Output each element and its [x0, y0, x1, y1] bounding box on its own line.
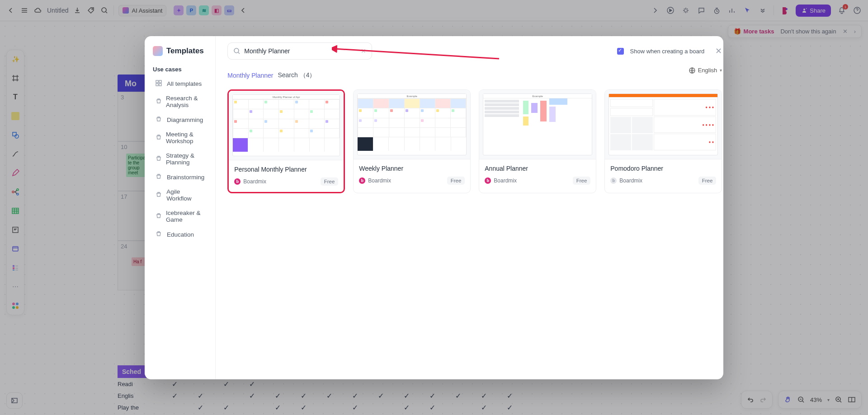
template-brand: Boardmix: [368, 177, 391, 184]
grid-icon: [156, 80, 163, 87]
search-input[interactable]: [244, 47, 357, 55]
breadcrumb-query[interactable]: Monthly Planner: [227, 72, 273, 79]
search-icon: [233, 47, 241, 55]
template-price: Free: [321, 177, 339, 186]
sidebar-item-brainstorming[interactable]: Brainstorming: [153, 171, 207, 183]
brand-logo-icon: b: [485, 177, 491, 184]
category-icon: [156, 116, 163, 123]
template-price: Free: [698, 177, 717, 185]
template-brand: Boardmix: [494, 177, 517, 184]
category-icon: [156, 155, 162, 163]
brand-logo-icon: b: [359, 177, 365, 184]
language-selector[interactable]: English ▾: [689, 67, 722, 74]
template-name: Personal Monthly Planner: [234, 166, 338, 173]
sidebar-item-meeting[interactable]: Meeting & Workshop: [153, 128, 207, 147]
category-icon: [156, 213, 162, 220]
template-price: Free: [573, 177, 591, 185]
template-thumbnail: Monthly Planner of Apr: [229, 91, 344, 160]
template-price: Free: [447, 177, 465, 185]
template-card-pomodoro[interactable]: ● ● ● ● ● ● ● ● ● Pomodoro Planner b Boa…: [604, 89, 722, 193]
template-name: Weekly Planner: [359, 165, 465, 172]
templates-icon: [153, 46, 163, 56]
language-label: English: [698, 67, 717, 74]
chevron-down-icon: ▾: [720, 68, 722, 73]
category-icon: [156, 191, 162, 199]
close-icon[interactable]: ✕: [715, 46, 722, 56]
template-name: Annual Planner: [485, 165, 590, 172]
sidebar-section-title: Use cases: [153, 66, 207, 73]
template-brand: Boardmix: [619, 177, 642, 184]
brand-logo-icon: b: [610, 177, 617, 184]
category-icon: [156, 134, 162, 141]
globe-icon: [689, 67, 695, 74]
template-thumbnail: ● ● ● ● ● ● ● ● ●: [605, 90, 722, 159]
templates-main: ✕ Show when creating a board ✕ Monthly P…: [216, 36, 723, 379]
show-when-creating-checkbox[interactable]: [617, 48, 624, 55]
template-card-weekly[interactable]: Example Weekly Planner b Bo: [353, 89, 471, 193]
templates-sidebar: Templates Use cases All templates Resear…: [145, 36, 216, 379]
template-card-annual[interactable]: Example: [479, 89, 596, 193]
show-when-creating-label: Show when creating a board: [630, 48, 705, 55]
search-breadcrumb: Monthly Planner Search （4）: [227, 71, 722, 79]
template-name: Pomodoro Planner: [610, 165, 716, 172]
sidebar-item-diagramming[interactable]: Diagramming: [153, 113, 207, 126]
svg-point-29: [234, 48, 239, 53]
template-brand: Boardmix: [243, 178, 266, 185]
template-thumbnail: Example: [479, 90, 596, 159]
template-thumbnail: Example: [354, 90, 470, 159]
template-search[interactable]: ✕: [227, 42, 372, 60]
svg-rect-28: [159, 84, 161, 86]
category-icon: [156, 231, 163, 238]
template-card-personal-monthly[interactable]: Monthly Planner of Apr Personal Monthly …: [227, 89, 345, 193]
sidebar-item-strategy[interactable]: Strategy & Planning: [153, 149, 207, 168]
sidebar-item-agile[interactable]: Agile Workflow: [153, 186, 207, 205]
sidebar-item-all-templates[interactable]: All templates: [153, 77, 207, 90]
template-grid: Monthly Planner of Apr Personal Monthly …: [227, 89, 722, 193]
sidebar-item-education[interactable]: Education: [153, 228, 207, 241]
clear-icon[interactable]: ✕: [361, 47, 366, 55]
category-icon: [156, 98, 162, 105]
templates-title: Templates: [166, 47, 204, 56]
sidebar-item-icebreaker[interactable]: Icebreaker & Game: [153, 207, 207, 226]
svg-rect-25: [156, 80, 158, 83]
breadcrumb-count: Search （4）: [278, 71, 316, 79]
svg-rect-27: [156, 84, 158, 86]
category-icon: [156, 173, 163, 181]
templates-modal: Templates Use cases All templates Resear…: [145, 36, 723, 379]
svg-rect-26: [159, 80, 161, 83]
brand-logo-icon: b: [234, 178, 241, 185]
sidebar-item-research[interactable]: Research & Analysis: [153, 92, 207, 111]
